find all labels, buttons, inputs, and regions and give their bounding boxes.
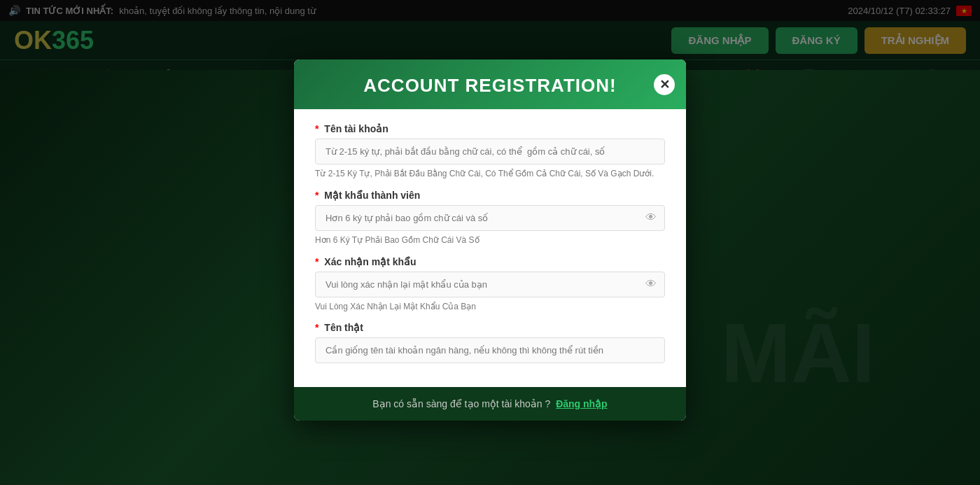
confirm-password-input-wrapper: 👁 [315, 272, 665, 297]
realname-input[interactable] [315, 337, 665, 363]
modal-footer: Bạn có sẵn sàng để tạo một tài khoản ? Đ… [294, 387, 686, 421]
required-star-confirm: * [315, 256, 318, 267]
username-hint: Từ 2-15 Ký Tự, Phải Bắt Đầu Bằng Chữ Cái… [315, 168, 665, 180]
realname-input-wrapper [315, 337, 665, 363]
login-link[interactable]: Đăng nhập [556, 398, 608, 409]
confirm-password-hint: Vui Lòng Xác Nhận Lại Mật Khẩu Của Bạn [315, 301, 665, 313]
required-star-password: * [315, 190, 318, 201]
confirm-eye-icon[interactable]: 👁 [645, 278, 657, 290]
form-group-confirm-password: * Xác nhận mật khẩu 👁 Vui Lòng Xác Nhận … [315, 256, 665, 313]
form-group-password: * Mật khẩu thành viên 👁 Hơn 6 Ký Tự Phải… [315, 190, 665, 246]
required-star-realname: * [315, 322, 318, 333]
password-hint: Hơn 6 Ký Tự Phải Bao Gồm Chữ Cái Và Số [315, 234, 665, 246]
required-star-username: * [315, 123, 318, 134]
username-input-wrapper [315, 139, 665, 164]
registration-modal: ACCOUNT REGISTRATION! ✕ * Tên tài khoản … [294, 59, 686, 421]
confirm-password-input[interactable] [315, 272, 665, 297]
password-eye-icon[interactable]: 👁 [645, 211, 657, 224]
modal-body: * Tên tài khoản Từ 2-15 Ký Tự, Phải Bắt … [294, 109, 686, 387]
modal-header: ACCOUNT REGISTRATION! ✕ [294, 59, 686, 109]
password-label: * Mật khẩu thành viên [315, 190, 665, 201]
form-group-realname: * Tên thật [315, 322, 665, 363]
form-group-username: * Tên tài khoản Từ 2-15 Ký Tự, Phải Bắt … [315, 123, 665, 180]
confirm-password-label: * Xác nhận mật khẩu [315, 256, 665, 267]
modal-title: ACCOUNT REGISTRATION! [363, 75, 616, 96]
username-label: * Tên tài khoản [315, 123, 665, 134]
realname-label: * Tên thật [315, 322, 665, 333]
password-input-wrapper: 👁 [315, 205, 665, 231]
footer-text: Bạn có sẵn sàng để tạo một tài khoản ? [372, 398, 550, 409]
modal-close-button[interactable]: ✕ [654, 74, 675, 95]
password-input[interactable] [315, 205, 665, 231]
username-input[interactable] [315, 139, 665, 164]
